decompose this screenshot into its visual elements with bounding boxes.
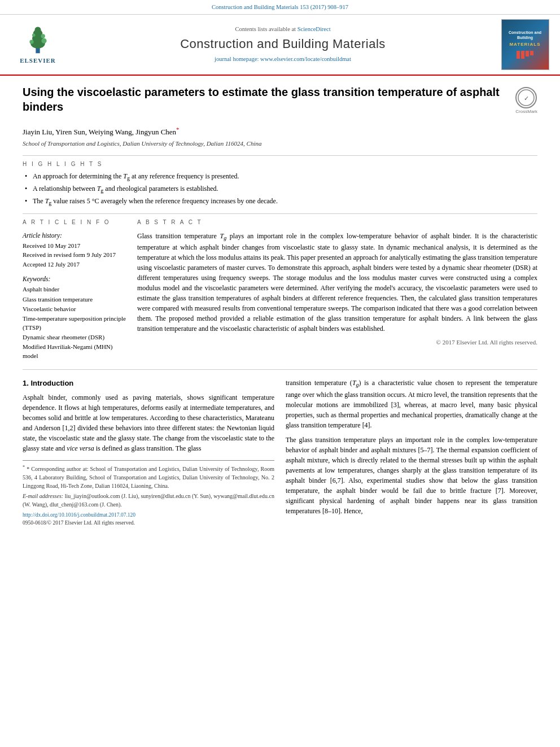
received-date: Received 10 May 2017	[23, 242, 127, 250]
intro-para3: The glass transition temperature plays a…	[286, 435, 537, 516]
copyright: © 2017 Elsevier Ltd. All rights reserved…	[137, 338, 537, 347]
footnote-area: * * Corresponding author at: School of T…	[23, 460, 274, 527]
svg-point-8	[41, 34, 45, 38]
crossmark-icon: ✓	[515, 87, 537, 108]
highlights-list: An approach for determining the Tg at an…	[23, 172, 537, 208]
intro-heading: 1. Introduction	[23, 378, 274, 389]
intro-para1: Asphalt binder, commonly used as paving …	[23, 392, 274, 453]
article-info-abstract-area: A R T I C L E I N F O Article history: R…	[23, 213, 537, 361]
highlight-item: A relationship between Tg and rheologica…	[25, 184, 537, 195]
corresponding-star: *	[176, 126, 180, 133]
page: Construction and Building Materials 153 …	[0, 0, 560, 747]
main-right-col: transition temperature (Tg) is a charact…	[286, 378, 537, 527]
svg-point-7	[32, 33, 36, 37]
keyword-4: Time-temperature superposition principle…	[23, 314, 127, 332]
journal-header-center: Contents lists available at ScienceDirec…	[75, 19, 491, 70]
accepted-date: Accepted 12 July 2017	[23, 260, 127, 269]
main-content: 1. Introduction Asphalt binder, commonly…	[23, 378, 537, 527]
revised-date: Received in revised form 9 July 2017	[23, 251, 127, 259]
affiliation: School of Transportation and Logistics, …	[23, 139, 537, 148]
abstract-col: A B S T R A C T Glass transition tempera…	[137, 219, 537, 361]
article-info-label: A R T I C L E I N F O	[23, 219, 127, 226]
journal-logo-box: Construction and Building MATERIALS	[501, 19, 549, 70]
history-title: Article history:	[23, 231, 127, 240]
intro-para2: transition temperature (Tg) is a charact…	[286, 378, 537, 430]
article-title: Using the viscoelastic parameters to est…	[23, 85, 537, 114]
keywords-title: Keywords:	[23, 274, 127, 283]
authors: Jiayin Liu, Yiren Sun, Weiying Wang, Jin…	[23, 125, 537, 138]
logo-box-title: Construction and Building	[505, 30, 546, 40]
elsevier-logo-area: ELSEVIER	[7, 19, 69, 70]
section-divider	[23, 369, 537, 370]
elsevier-logo: ELSEVIER	[15, 24, 60, 65]
crossmark-label: CrossMark	[515, 108, 537, 115]
keyword-5: Dynamic shear rheometer (DSR)	[23, 333, 127, 342]
svg-point-5	[29, 40, 33, 43]
keyword-6: Modified Havriliak-Negami (MHN) model	[23, 343, 127, 360]
sciencedirect-line: Contents lists available at ScienceDirec…	[235, 25, 330, 34]
sciencedirect-link[interactable]: ScienceDirect	[298, 26, 331, 32]
footnote-doi: http://dx.doi.org/10.1016/j.conbuildmat.…	[23, 511, 274, 519]
main-left-col: 1. Introduction Asphalt binder, commonly…	[23, 378, 274, 527]
svg-text:✓: ✓	[524, 95, 529, 102]
footnote-star: * * Corresponding author at: School of T…	[23, 464, 274, 490]
logo-box-subtitle: MATERIALS	[509, 41, 540, 47]
journal-header: ELSEVIER Contents lists available at Sci…	[0, 15, 560, 76]
abstract-text: Glass transition temperature Tg plays an…	[137, 231, 537, 334]
article-body: ✓ CrossMark Using the viscoelastic param…	[0, 76, 560, 539]
journal-reference: Construction and Building Materials 153 …	[0, 0, 560, 15]
keyword-3: Viscoelastic behavior	[23, 305, 127, 313]
elsevier-tree-icon	[15, 24, 60, 55]
journal-logo-box-area: Construction and Building MATERIALS	[497, 19, 553, 70]
highlight-item: An approach for determining the Tg at an…	[25, 172, 537, 182]
svg-point-4	[35, 27, 41, 33]
keyword-1: Asphalt binder	[23, 285, 127, 294]
crossmark-area: ✓ CrossMark	[515, 87, 537, 115]
svg-point-6	[41, 38, 46, 43]
journal-homepage: journal homepage: www.elsevier.com/locat…	[215, 55, 351, 64]
journal-title: Construction and Building Materials	[180, 36, 386, 53]
footnote-emails: E-mail addresses: liu_jiayin@outlook.com…	[23, 492, 274, 509]
highlights-label: H I G H L I G H T S	[23, 155, 537, 168]
highlight-item: The Tg value raises 5 °C averagely when …	[25, 196, 537, 207]
elsevier-label: ELSEVIER	[20, 56, 56, 65]
keyword-2: Glass transition temperature	[23, 295, 127, 304]
article-history: Article history: Received 10 May 2017 Re…	[23, 231, 127, 269]
title-area: ✓ CrossMark Using the viscoelastic param…	[23, 85, 537, 121]
footnote-issn: 0950-0618/© 2017 Elsevier Ltd. All right…	[23, 519, 274, 527]
article-info-col: A R T I C L E I N F O Article history: R…	[23, 219, 127, 361]
abstract-label: A B S T R A C T	[137, 219, 537, 226]
